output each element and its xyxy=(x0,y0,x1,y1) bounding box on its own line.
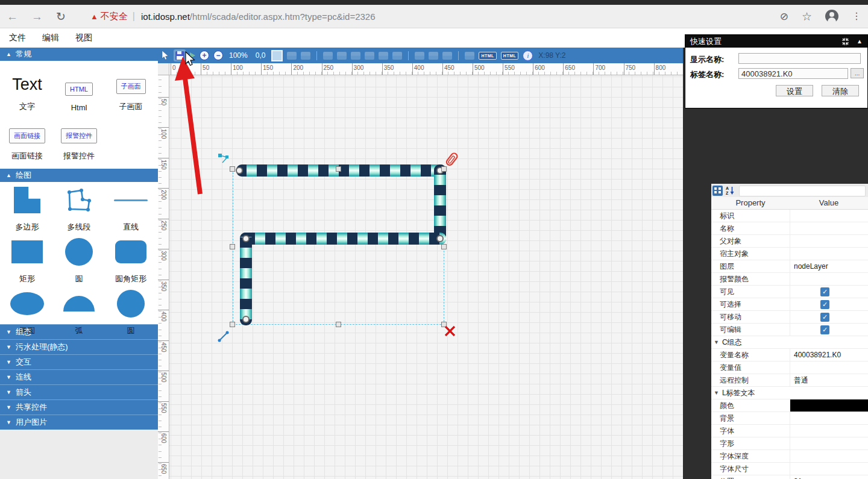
edit-vertices-icon[interactable] xyxy=(218,152,231,166)
tag-browse-button[interactable]: ... xyxy=(851,68,864,78)
sidebar-section-header[interactable]: ▼交互 xyxy=(0,354,158,369)
property-row[interactable]: 父对象 xyxy=(711,235,868,248)
resize-handle-s[interactable] xyxy=(336,322,341,327)
sidebar-section-header[interactable]: ▼污水处理(静态) xyxy=(0,339,158,354)
resize-handle-n[interactable] xyxy=(336,166,341,172)
property-row[interactable]: 字体深度 xyxy=(711,450,868,463)
property-row[interactable]: 图层nodeLayer xyxy=(711,260,868,273)
zoom-in-icon[interactable]: + xyxy=(200,51,209,60)
sidebar-section-header[interactable]: ▼箭头 xyxy=(0,384,158,399)
property-group[interactable]: ▼C组态 xyxy=(711,336,868,349)
property-row[interactable]: 可见✓ xyxy=(711,286,868,298)
property-value[interactable] xyxy=(790,362,868,374)
palette-item[interactable]: 直线 xyxy=(105,186,157,237)
palette-item[interactable]: 画面链接画面链接 xyxy=(1,117,53,167)
property-value[interactable]: 普通 xyxy=(790,374,868,386)
property-value[interactable]: ✓ xyxy=(790,324,868,336)
save-button[interactable] xyxy=(174,49,186,61)
checkbox-checked[interactable]: ✓ xyxy=(820,287,829,296)
property-value[interactable] xyxy=(790,463,868,475)
categorized-view-icon[interactable] xyxy=(712,186,723,196)
pipe-joint[interactable] xyxy=(436,235,444,242)
design-canvas[interactable] xyxy=(169,75,683,479)
menu-item-1[interactable]: 文件 xyxy=(9,33,26,43)
property-row[interactable]: 字形 xyxy=(711,437,868,450)
palette-item[interactable]: 多线段 xyxy=(53,186,105,237)
rotate-line-icon[interactable] xyxy=(218,330,231,343)
pipe-segment-left[interactable] xyxy=(240,233,252,325)
property-value[interactable] xyxy=(790,450,868,462)
info-icon[interactable]: i xyxy=(523,51,533,61)
warning-icon[interactable]: ▲ xyxy=(90,12,98,21)
property-row[interactable]: 字体 xyxy=(711,425,868,437)
menu-item-3[interactable]: 视图 xyxy=(75,33,92,43)
palette-item[interactable]: Text文字 xyxy=(1,63,53,117)
back-icon[interactable]: ← xyxy=(7,11,18,22)
property-row[interactable]: 名称 xyxy=(711,222,868,235)
zoom-out-page-icon[interactable]: ⊘ xyxy=(780,11,788,22)
property-value[interactable] xyxy=(790,210,868,222)
security-warning-label[interactable]: 不安全 xyxy=(101,11,128,22)
property-row[interactable]: 变量值 xyxy=(711,362,868,374)
property-value[interactable] xyxy=(790,248,868,260)
pipe-joint[interactable] xyxy=(242,316,250,323)
property-row[interactable]: 颜色 xyxy=(711,399,868,412)
clear-button[interactable]: 清除 xyxy=(822,85,859,96)
palette-item[interactable]: 圆 xyxy=(105,289,157,341)
property-value[interactable] xyxy=(790,425,868,437)
checkbox-checked[interactable]: ✓ xyxy=(820,300,829,309)
profile-avatar[interactable] xyxy=(825,10,838,23)
set-button[interactable]: 设置 xyxy=(776,85,813,96)
sidebar-section-header[interactable]: ▼共享控件 xyxy=(0,399,158,415)
pipe-segment-top[interactable] xyxy=(236,164,446,177)
property-value[interactable] xyxy=(790,222,868,234)
resize-handle-nw[interactable] xyxy=(230,166,235,172)
canvas-settings-icon[interactable] xyxy=(271,50,283,61)
palette-item[interactable]: 矩形 xyxy=(1,237,53,289)
palette-item[interactable]: 报警控件报警控件 xyxy=(53,117,105,167)
reload-icon[interactable]: ↻ xyxy=(56,11,66,22)
palette-item[interactable]: 多边形 xyxy=(1,186,53,237)
property-row[interactable]: 报警颜色 xyxy=(711,273,868,286)
property-row[interactable]: 可选择✓ xyxy=(711,298,868,311)
browser-menu-icon[interactable]: ⋮ xyxy=(852,11,861,21)
delete-x-icon[interactable] xyxy=(444,325,456,337)
property-value[interactable]: ✓ xyxy=(790,286,868,298)
resize-handle-sw[interactable] xyxy=(230,322,235,327)
pipe-joint[interactable] xyxy=(236,167,243,174)
property-row[interactable]: 字体尺寸 xyxy=(711,463,868,475)
sidebar-section-header[interactable]: ▼用户图片 xyxy=(0,415,158,430)
checkbox-checked[interactable]: ✓ xyxy=(820,313,829,322)
bookmark-star-icon[interactable]: ☆ xyxy=(802,11,812,22)
property-value[interactable] xyxy=(790,412,868,424)
menu-item-2[interactable]: 编辑 xyxy=(42,33,59,43)
resize-handle-e[interactable] xyxy=(441,244,447,249)
palette-item[interactable]: 圆 xyxy=(53,237,105,289)
checkbox-checked[interactable]: ✓ xyxy=(820,325,829,334)
zoom-out-icon[interactable]: − xyxy=(213,51,223,60)
property-row[interactable]: 可移动✓ xyxy=(711,311,868,324)
html-export-icon[interactable]: HTML xyxy=(479,52,496,60)
sidebar-section-header[interactable]: ▲常规 xyxy=(0,48,158,61)
collapse-panel-icon[interactable]: ▲ xyxy=(857,38,863,45)
property-value[interactable] xyxy=(790,399,868,412)
pipe-joint[interactable] xyxy=(242,235,250,242)
forward-icon[interactable]: → xyxy=(31,11,43,22)
property-row[interactable]: 背景 xyxy=(711,412,868,425)
tag-name-input[interactable] xyxy=(738,68,848,79)
property-value[interactable]: ✓ xyxy=(790,298,868,310)
url-domain[interactable]: iot.idosp.net xyxy=(141,11,190,22)
display-name-input[interactable] xyxy=(738,53,861,64)
property-value[interactable]: 31 xyxy=(790,475,868,479)
property-value[interactable] xyxy=(790,273,868,285)
property-value[interactable]: nodeLayer xyxy=(790,260,868,272)
pipe-segment-middle[interactable] xyxy=(240,233,446,245)
palette-item[interactable]: 弧 xyxy=(53,289,105,341)
sort-az-icon[interactable]: AZ xyxy=(725,186,735,196)
property-value[interactable]: ✓ xyxy=(790,311,868,323)
color-swatch[interactable] xyxy=(790,399,868,412)
sidebar-section-header[interactable]: ▼连线 xyxy=(0,369,158,384)
property-row[interactable]: 宿主对象 xyxy=(711,248,868,260)
pointer-tool-icon[interactable] xyxy=(162,51,169,60)
url-path[interactable]: /html/scada/editor.aspx.htm?type=pc&id=2… xyxy=(190,11,376,22)
